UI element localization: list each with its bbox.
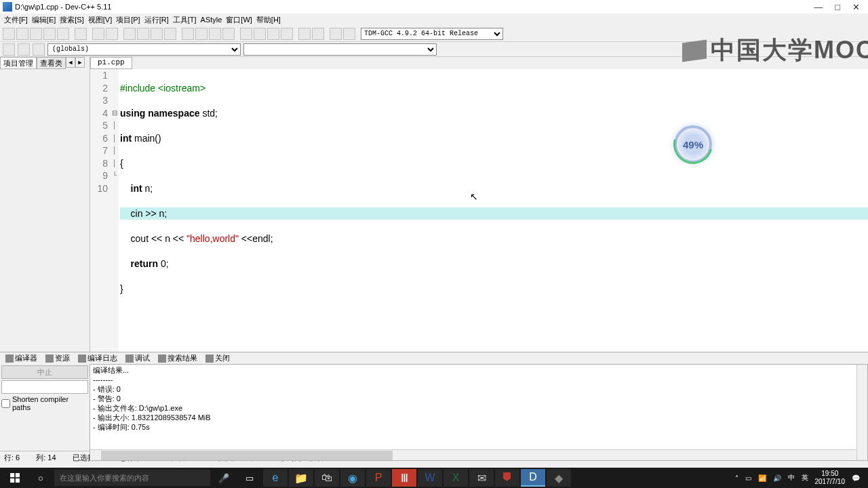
menu-help[interactable]: 帮助[H] [256,15,281,25]
log-icon [78,354,86,363]
toolbar-btn-a[interactable] [164,28,176,40]
undo-button[interactable] [92,28,104,40]
compile-run-button[interactable] [209,28,221,40]
taskbar-app-explorer[interactable]: 📁 [289,469,313,487]
profile-analysis-button[interactable] [343,28,355,40]
tray-clock[interactable]: 19:50 2017/7/10 [815,470,846,486]
window-titlebar: D:\gw\p1.cpp - Dev-C++ 5.11 — □ ✕ [0,0,868,14]
taskbar-app-store[interactable]: 🛍 [315,469,339,487]
file-tab[interactable]: p1.cpp [90,57,132,69]
toolbar-btn-d[interactable] [312,28,324,40]
tray-network-icon[interactable]: 📶 [758,474,766,482]
syntax-check-button[interactable] [298,28,311,40]
editor-area: p1.cpp 123 456 789 10 ⊟││││└ #include <i… [90,57,868,352]
start-button[interactable] [3,469,27,487]
fold-gutter[interactable]: ⊟││││└ [111,69,119,352]
taskbar-app-powerpoint[interactable]: P [366,469,391,487]
menu-edit[interactable]: 编辑[E] [32,15,56,25]
cortana-button[interactable]: ○ [28,469,53,487]
print-button[interactable] [75,28,87,40]
replace-button[interactable] [137,28,149,40]
new-file-button[interactable] [3,28,15,40]
member-select[interactable] [243,43,437,56]
tray-volume-icon[interactable]: 🔊 [773,474,781,482]
resources-icon [45,354,54,363]
output-hscrollbar[interactable] [90,449,856,460]
shorten-paths-input[interactable] [1,399,10,408]
open-file-button[interactable] [16,28,28,40]
code-editor[interactable]: 123 456 789 10 ⊟││││└ #include <iostream… [90,69,868,352]
sidebar-scroll-right[interactable]: ► [75,57,85,68]
menu-search[interactable]: 搜索[S] [60,15,83,25]
menu-file[interactable]: 文件[F] [4,15,28,25]
bookmark-button[interactable] [18,43,30,56]
stop-debug-button[interactable] [254,28,266,40]
shorten-paths-checkbox[interactable]: Shorten compiler paths [1,395,88,411]
tray-lang1[interactable]: 中 [788,473,795,483]
menu-bar: 文件[F] 编辑[E] 搜索[S] 视图[V] 项目[P] 运行[R] 工具[T… [0,14,868,26]
output-panel: 编译器 资源 编译日志 调试 搜索结果 关闭 中止 Shorten compil… [0,352,868,451]
save-all-button[interactable] [43,28,56,40]
goto-bookmark-button[interactable] [33,43,45,56]
toolbar-btn-c[interactable] [281,28,293,40]
task-view-button[interactable]: ▭ [237,469,262,487]
output-tab-close[interactable]: 关闭 [203,352,233,364]
run-button[interactable] [195,28,208,40]
output-vscrollbar[interactable] [856,365,867,460]
insert-button[interactable] [3,43,15,56]
output-tab-debug[interactable]: 调试 [123,352,153,364]
sidebar-scroll-left[interactable]: ◄ [66,57,75,68]
menu-window[interactable]: 窗口[W] [226,15,252,25]
scope-select[interactable]: (globals) [47,43,241,56]
code-text[interactable]: #include <iostream> using namespace std;… [119,69,868,352]
stop-compile-button[interactable]: 中止 [1,365,88,379]
menu-tools[interactable]: 工具[T] [173,15,197,25]
tray-notifications-icon[interactable]: 💬 [852,474,860,482]
find-button[interactable] [123,28,136,40]
close-file-button[interactable] [57,28,69,40]
taskbar-app-word[interactable]: W [418,469,442,487]
taskbar-app-4[interactable]: ◆ [547,469,571,487]
watermark-text: 中国大学MOC [711,34,868,67]
taskbar-app-3[interactable]: ⛊ [495,469,519,487]
tray-battery-icon[interactable]: ▭ [745,474,751,482]
tray-chevron-icon[interactable]: ˄ [735,474,738,482]
taskbar-app-mail[interactable]: ✉ [469,469,494,487]
debug-button[interactable] [240,28,252,40]
output-blank-button[interactable] [1,380,88,394]
status-line: 行: 6 [4,453,20,463]
search-icon [158,354,166,363]
menu-project[interactable]: 项目[P] [116,15,140,25]
menu-view[interactable]: 视图[V] [88,15,112,25]
maximize-button[interactable]: □ [835,2,840,12]
tray-lang2[interactable]: 英 [802,473,808,483]
rebuild-button[interactable] [222,28,235,40]
compiler-select[interactable]: TDM-GCC 4.9.2 64-bit Release [361,28,503,40]
goto-button[interactable] [151,28,163,40]
compile-log-text[interactable]: 编译结果... -------- - 错误: 0 - 警告: 0 - 输出文件名… [90,364,868,461]
taskbar-app-1[interactable]: ◉ [340,469,365,487]
redo-button[interactable] [106,28,118,40]
compile-button[interactable] [182,28,194,40]
output-tab-compiler[interactable]: 编译器 [3,352,40,364]
line-number-gutter: 123 456 789 10 [90,69,111,352]
menu-run[interactable]: 运行[R] [144,15,169,25]
menu-astyle[interactable]: AStyle [201,16,222,24]
mic-icon[interactable]: 🎤 [212,469,236,487]
output-hscroll-thumb[interactable] [101,451,393,460]
taskbar-app-devcpp[interactable]: D [521,469,545,487]
taskbar-app-edge[interactable]: e [263,469,288,487]
save-button[interactable] [30,28,42,40]
output-tab-search[interactable]: 搜索结果 [155,352,200,364]
close-button[interactable]: ✕ [852,2,860,12]
sidebar-tab-project[interactable]: 项目管理 [0,57,37,69]
taskbar-app-excel[interactable]: X [443,469,468,487]
toolbar-btn-b[interactable] [267,28,279,40]
output-tab-compile-log[interactable]: 编译日志 [75,352,120,364]
profile-button[interactable] [330,28,342,40]
taskbar-app-2[interactable]: Ⅲ [392,469,416,487]
output-tab-resources[interactable]: 资源 [43,352,73,364]
sidebar-tab-classes[interactable]: 查看类 [37,57,66,69]
minimize-button[interactable]: — [814,2,823,12]
taskbar-search[interactable]: 在这里输入你要搜索的内容 [54,470,210,486]
